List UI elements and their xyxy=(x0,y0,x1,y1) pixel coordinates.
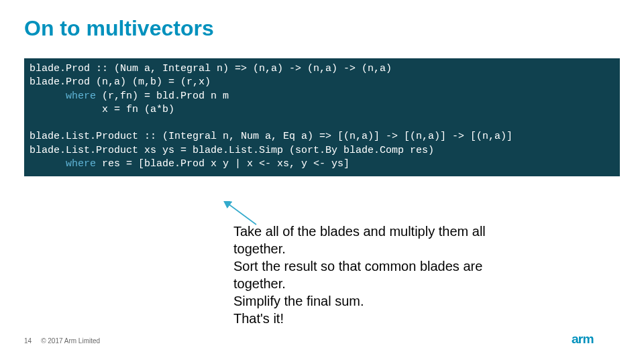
code-line-5: blade.List.Product :: (Integral n, Num a… xyxy=(30,131,513,142)
code-keyword-where-2: where xyxy=(30,158,102,170)
slide: On to multivectors blade.Prod :: (Num a,… xyxy=(0,0,644,362)
copyright-text: © 2017 Arm Limited xyxy=(41,337,100,345)
page-title: On to multivectors xyxy=(24,16,620,41)
annotation-line-3: Simplify the final sum. xyxy=(233,292,502,310)
annotation-line-4: That's it! xyxy=(233,310,502,327)
arm-logo-text: arm xyxy=(572,332,594,346)
code-line-1: blade.Prod :: (Num a, Integral n) => (n,… xyxy=(30,63,392,74)
code-line-2: blade.Prod (n,a) (m,b) = (r,x) xyxy=(30,76,211,88)
footer: 14 © 2017 Arm Limited xyxy=(24,337,100,345)
annotation-block: Take all of the blades and multiply them… xyxy=(233,223,502,327)
annotation-line-2: Sort the result so that common blades ar… xyxy=(233,257,502,292)
page-number: 14 xyxy=(24,337,32,345)
code-block: blade.Prod :: (Num a, Integral n) => (n,… xyxy=(24,58,620,176)
annotation-line-1: Take all of the blades and multiply them… xyxy=(233,223,502,257)
code-keyword-where-1: where xyxy=(30,90,102,102)
svg-line-0 xyxy=(228,204,256,225)
code-line-7: res = [blade.Prod x y | x <- xs, y <- ys… xyxy=(102,158,350,170)
code-line-4: x = fn (a*b) xyxy=(30,104,174,115)
code-line-3: (r,fn) = bld.Prod n m xyxy=(102,90,229,102)
code-line-6: blade.List.Product xs ys = blade.List.Si… xyxy=(30,145,434,156)
arm-logo: arm xyxy=(572,331,620,347)
